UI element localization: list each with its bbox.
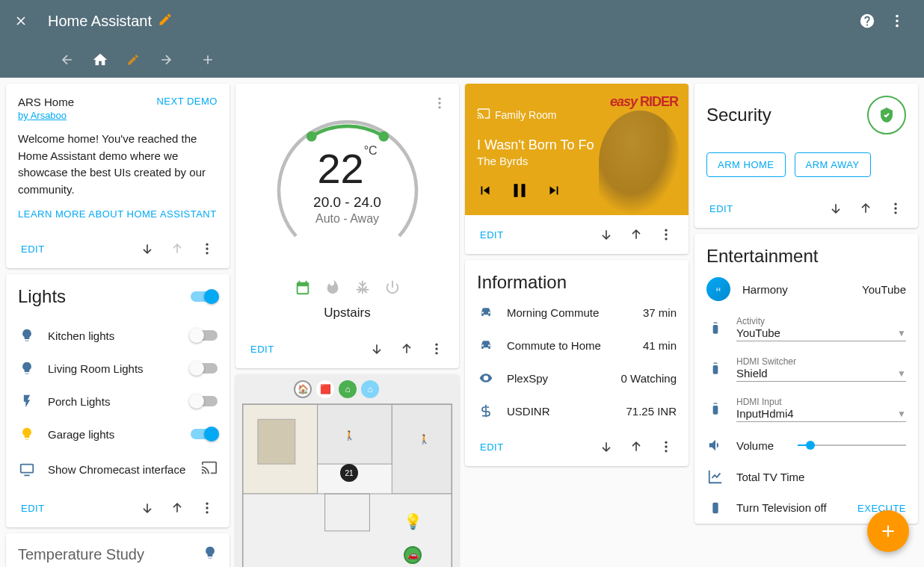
move-up-icon[interactable]	[393, 335, 420, 362]
nav-back-icon[interactable]	[54, 46, 81, 73]
info-row[interactable]: Morning Commute 37 min	[465, 296, 689, 329]
nav-forward-icon[interactable]	[153, 46, 179, 73]
bulb-icon	[18, 328, 36, 343]
chart-line-icon	[706, 468, 724, 485]
card-menu-icon[interactable]	[653, 433, 680, 460]
volume-row: Volume	[694, 430, 918, 461]
light-label: Porch Lights	[48, 395, 179, 408]
eye-icon	[477, 371, 495, 385]
edit-button[interactable]: EDIT	[474, 225, 510, 245]
move-down-icon[interactable]	[134, 495, 161, 521]
monitor-icon	[18, 462, 36, 478]
move-down-icon[interactable]	[593, 433, 620, 460]
tv-time-row[interactable]: Total TV Time	[694, 461, 918, 492]
chromecast-row[interactable]: Show Chromecast interface	[6, 450, 230, 489]
card-menu-icon[interactable]	[194, 235, 221, 262]
skip-next-icon[interactable]	[546, 182, 562, 202]
select-dropdown[interactable]: Shield ▼	[736, 367, 906, 382]
power-icon[interactable]	[384, 279, 401, 300]
light-label: Kitchen lights	[48, 329, 179, 342]
floorplan-badge[interactable]: ⌂	[339, 380, 357, 398]
thermostat-unit: °C	[364, 144, 378, 157]
select-dropdown[interactable]: InputHdmi4 ▼	[736, 407, 906, 422]
entertainment-select-row: HDMI Input InputHdmi4 ▼	[694, 389, 918, 430]
lights-master-toggle[interactable]	[191, 291, 218, 302]
close-icon[interactable]	[12, 12, 30, 30]
move-up-icon[interactable]	[623, 221, 650, 248]
floorplan-badge[interactable]: 🟥	[316, 380, 334, 398]
snowflake-icon[interactable]	[354, 279, 371, 300]
edit-tab-icon[interactable]	[120, 46, 147, 73]
move-up-icon[interactable]	[852, 195, 879, 222]
svg-rect-34	[713, 325, 718, 334]
info-row[interactable]: PlexSpy 0 Watching	[465, 362, 689, 394]
cast-icon[interactable]	[201, 459, 218, 480]
harmony-row[interactable]: H Harmony YouTube	[694, 270, 918, 309]
move-up-icon[interactable]	[623, 433, 650, 460]
pause-icon[interactable]	[508, 179, 531, 205]
light-toggle[interactable]	[191, 429, 218, 439]
add-tab-icon[interactable]	[194, 46, 221, 73]
svg-point-4	[206, 247, 208, 250]
media-room: Family Room	[477, 107, 677, 123]
light-toggle[interactable]	[191, 396, 218, 406]
move-down-icon[interactable]	[593, 221, 620, 248]
arm-away-button[interactable]: ARM AWAY	[795, 152, 871, 177]
info-row[interactable]: USDINR 71.25 INR	[465, 394, 689, 427]
fire-icon[interactable]	[324, 279, 341, 300]
card-menu-icon[interactable]	[423, 335, 450, 362]
edit-button[interactable]: EDIT	[474, 437, 510, 457]
svg-point-9	[206, 511, 208, 513]
volume-slider[interactable]	[798, 444, 906, 446]
column-1: ARS Home by Arsaboo NEXT DEMO Welcome ho…	[6, 84, 230, 567]
svg-rect-35	[713, 365, 718, 374]
edit-button[interactable]: EDIT	[15, 498, 51, 518]
card-menu-icon[interactable]	[882, 195, 909, 222]
author-link[interactable]: by Arsaboo	[18, 110, 67, 121]
garage-icon[interactable]: 🚗	[404, 546, 422, 564]
edit-button[interactable]: EDIT	[244, 339, 280, 359]
edit-button[interactable]: EDIT	[703, 199, 739, 219]
learn-more-link[interactable]: LEARN MORE ABOUT HOME ASSISTANT	[18, 208, 217, 220]
info-value: 37 min	[643, 306, 677, 319]
calendar-icon[interactable]	[295, 279, 311, 300]
card-menu-icon[interactable]	[194, 495, 221, 521]
bulb-icon[interactable]: 💡	[404, 512, 422, 530]
floorplan-badge[interactable]: ⌂	[361, 380, 379, 398]
floorplan-badge[interactable]: 🏠	[294, 380, 312, 398]
fab-add-button[interactable]	[867, 510, 909, 552]
thermostat-badge[interactable]: 21	[340, 464, 358, 482]
arm-home-button[interactable]: ARM HOME	[706, 152, 786, 177]
svg-point-30	[665, 450, 667, 452]
svg-point-12	[438, 106, 440, 108]
column-2: 22°C 20.0 - 24.0 Auto - Away Upstairs ED…	[235, 84, 459, 567]
card-menu-icon[interactable]	[653, 221, 680, 248]
move-down-icon[interactable]	[134, 235, 161, 262]
skip-previous-icon[interactable]	[477, 182, 493, 202]
bulb-on-icon	[18, 427, 36, 441]
person-icon: 🚶	[340, 427, 358, 444]
edit-button[interactable]: EDIT	[15, 239, 51, 259]
floorplan-card[interactable]: 🏠 🟥 ⌂ ⌂ 🚶 🚶 21 💡 🚗 23	[235, 374, 459, 567]
light-toggle[interactable]	[191, 330, 218, 341]
select-dropdown[interactable]: YouTube ▼	[736, 326, 906, 341]
media-artist: The Byrds	[477, 155, 677, 167]
help-icon[interactable]	[852, 6, 882, 36]
move-down-icon[interactable]	[822, 195, 849, 222]
volume-icon	[706, 437, 724, 453]
pencil-icon[interactable]	[158, 12, 173, 31]
svg-point-27	[665, 238, 667, 240]
svg-point-16	[435, 347, 437, 350]
light-row: Kitchen lights	[6, 319, 230, 352]
person-icon: 🚶	[415, 430, 433, 448]
light-toggle[interactable]	[191, 363, 218, 374]
move-down-icon[interactable]	[363, 335, 390, 362]
move-up-icon[interactable]	[164, 495, 191, 521]
next-demo-button[interactable]: NEXT DEMO	[156, 96, 218, 107]
welcome-card: ARS Home by Arsaboo NEXT DEMO Welcome ho…	[6, 84, 230, 268]
info-row[interactable]: Commute to Home 41 min	[465, 329, 689, 362]
app-title: Home Assistant	[48, 13, 152, 30]
home-tab-icon[interactable]	[87, 46, 114, 73]
kebab-menu-icon[interactable]	[882, 6, 912, 36]
thermostat-dial[interactable]: 22°C 20.0 - 24.0 Auto - Away	[262, 99, 434, 270]
